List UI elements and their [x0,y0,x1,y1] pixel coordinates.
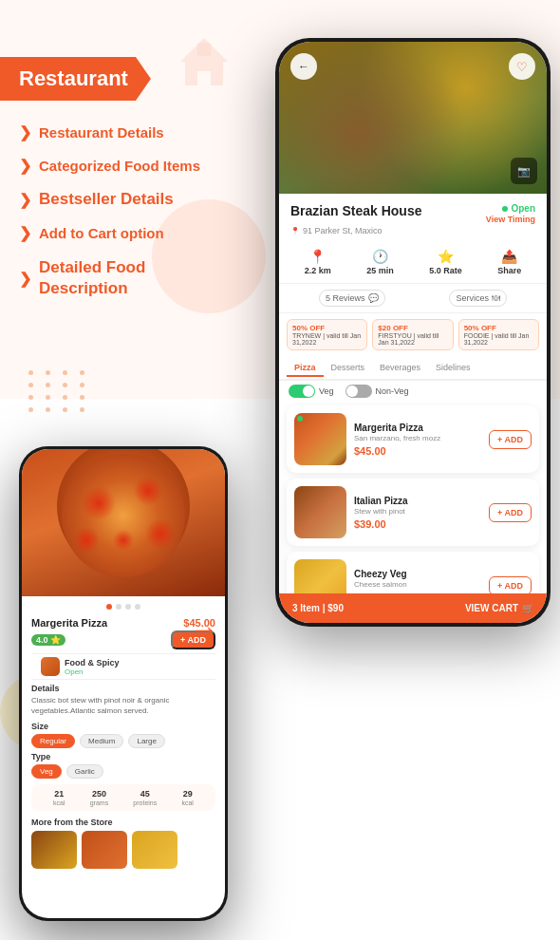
tab-pizza[interactable]: Pizza [287,360,324,377]
clock-icon: 🕐 [372,249,388,264]
chevron-icon: ❯ [19,224,31,242]
coupon-discount: $20 OFF [378,324,447,332]
add-to-cart-button[interactable]: + ADD [489,430,532,449]
nutrition-value: 21 [54,789,64,799]
nutrition-label: grams [90,799,108,806]
carousel-dot [106,604,112,610]
chevron-icon: ❯ [19,157,31,175]
star-icon: ⭐ [438,249,454,264]
toggle-knob [303,385,314,397]
restaurant-stats: 📍 2.2 km 🕐 25 min ⭐ 5.0 Rate 📤 Share [279,241,547,284]
feature-list: ❯ Restaurant Details ❯ Categorized Food … [19,123,200,314]
store-badge: Food & Spicy Open [31,653,215,680]
store-icon [41,657,60,676]
more-image-2[interactable] [82,831,127,869]
food-name: Italian Pizza [354,496,481,506]
rating-row: 4.0 ⭐ + ADD [31,630,215,649]
nonveg-label: Non-Veg [376,386,409,396]
phone-front: Margerita Pizza $45.00 4.0 ⭐ + ADD Food … [19,446,228,921]
location-icon: 📍 [309,249,326,264]
food-list: Margerita Pizza San marzano, fresh mozz … [279,402,547,623]
feature-item-detail: ❯ Detailed Food Description [19,257,200,299]
toggle-knob [346,385,358,397]
feature-label: Bestseller Details [39,190,174,209]
coupon-1[interactable]: 50% OFF TRYNEW | valid till Jan 31,2022 [287,319,367,350]
restaurant-hero-image: ← ♡ 📷 [279,42,547,194]
restaurant-name: Brazian Steak House [290,203,422,218]
size-large[interactable]: Large [128,734,164,748]
rate-value: 5.0 Rate [429,266,462,275]
chevron-icon: ❯ [19,191,31,209]
type-options: Veg Garlic [31,764,215,779]
view-timing-link[interactable]: View Timing [486,215,535,224]
cart-bar[interactable]: 3 Item | $90 VIEW CART 🛒 [279,593,547,623]
carousel-dot [116,604,121,610]
details-label: Details [31,684,215,693]
review-service-row: 5 Reviews 💬 Services 🍽 [279,284,547,313]
product-name-row: Margerita Pizza $45.00 [31,617,215,629]
cart-item-count: 3 Item | $90 [292,603,344,613]
nonveg-toggle-switch[interactable] [345,385,372,398]
food-image-pizza [294,413,346,465]
food-details: Italian Pizza Stew with pinot $39.00 [354,496,481,530]
tab-desserts[interactable]: Desserts [324,360,373,377]
more-image-1[interactable] [31,831,77,869]
more-from-store: More from the Store [22,815,225,872]
feature-label: Detailed Food Description [39,257,191,299]
veg-toggle-group: Veg [289,385,334,398]
coupon-discount: 50% OFF [292,324,362,332]
coupon-code: FOODIE | valid till Jan 31,2022 [464,332,533,346]
food-details: Margerita Pizza San marzano, fresh mozz … [354,423,481,457]
coupon-3[interactable]: 50% OFF FOODIE | valid till Jan 31,2022 [458,319,539,350]
hero-image-inner [279,42,547,194]
add-to-cart-button[interactable]: + ADD [489,503,532,522]
type-section: Type Veg Garlic [22,750,225,780]
more-image-3[interactable] [132,831,177,869]
more-title: More from the Store [31,818,215,827]
services-tab[interactable]: Services 🍽 [449,290,507,307]
back-button[interactable]: ← [290,53,317,80]
type-title: Type [31,752,215,761]
services-label: Services [456,293,489,303]
coupon-code: TRYNEW | valid till Jan 31,2022 [292,332,362,346]
gallery-button[interactable]: 📷 [511,158,537,184]
time-value: 25 min [366,266,394,275]
reviews-tab[interactable]: 5 Reviews 💬 [319,290,385,307]
coupon-2[interactable]: $20 OFF FIRSTYOU | valid till Jan 31,202… [372,319,453,350]
type-veg[interactable]: Veg [31,764,62,779]
coupon-code: FIRSTYOU | valid till Jan 31,2022 [378,332,447,346]
size-medium[interactable]: Medium [80,734,123,748]
rating-badge: 4.0 ⭐ [31,634,65,646]
nutrition-row: 21 kcal 250 grams 45 proteins 29 kcal [31,784,215,811]
type-garlic[interactable]: Garlic [66,764,103,779]
chevron-icon: ❯ [19,123,31,141]
share-label: Share [497,266,521,275]
menu-tabs: Pizza Desserts Beverages Sidelines [279,356,547,381]
size-regular[interactable]: Regular [31,734,75,748]
dot-grid-decoration [28,370,89,412]
tab-sidelines[interactable]: Sidelines [428,360,478,377]
nutrition-value: 45 [140,789,150,799]
restaurant-address: 91 Parker St, Maxico [290,226,535,235]
stat-share[interactable]: 📤 Share [497,249,521,275]
services-icon: 🍽 [492,293,500,303]
nutrition-grams: 250 grams [90,789,108,806]
app-title: Restaurant [19,66,128,91]
add-to-cart-button[interactable]: + ADD [489,576,532,595]
size-title: Size [31,722,215,731]
veg-toggle-switch[interactable] [289,385,315,398]
product-name: Margerita Pizza [31,617,107,629]
nonveg-toggle-group: Non-Veg [345,385,409,398]
phone-front-screen: Margerita Pizza $45.00 4.0 ⭐ + ADD Food … [22,449,225,918]
food-desc: Stew with pinot [354,507,481,516]
food-name: Cheezy Veg [354,569,481,579]
feature-label: Categorized Food Items [39,158,200,174]
tab-beverages[interactable]: Beverages [372,360,428,377]
nutrition-kcal-2: 29 kcal [181,789,193,806]
header-banner: Restaurant [0,57,151,101]
favorite-button[interactable]: ♡ [509,53,535,80]
view-cart-button[interactable]: VIEW CART 🛒 [465,603,533,613]
carousel-dot [135,604,140,610]
nutrition-label: kcal [181,799,193,806]
food-desc: Cheese salmon [354,580,481,589]
